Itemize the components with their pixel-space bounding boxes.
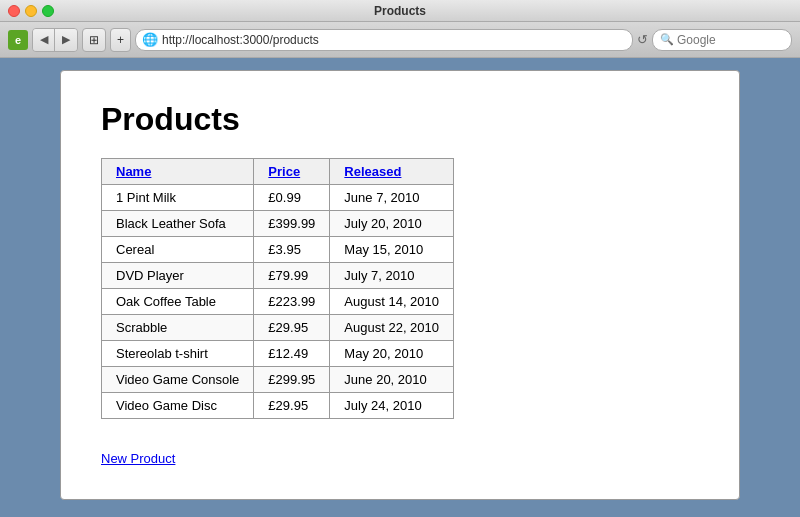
nav-group: ◀ ▶ xyxy=(32,28,78,52)
product-price-cell: £299.95 xyxy=(254,367,330,393)
product-released-cell: June 7, 2010 xyxy=(330,185,454,211)
evernote-icon[interactable]: e xyxy=(8,30,28,50)
address-bar[interactable]: 🌐 http://localhost:3000/products xyxy=(135,29,633,51)
product-price-cell: £29.95 xyxy=(254,315,330,341)
product-price-cell: £0.99 xyxy=(254,185,330,211)
product-name-cell: Black Leather Sofa xyxy=(102,211,254,237)
product-price-cell: £223.99 xyxy=(254,289,330,315)
product-price-cell: £399.99 xyxy=(254,211,330,237)
product-released-cell: July 7, 2010 xyxy=(330,263,454,289)
table-row: Cereal£3.95May 15, 2010 xyxy=(102,237,454,263)
add-tab-button[interactable]: + xyxy=(110,28,131,52)
table-row: 1 Pint Milk£0.99June 7, 2010 xyxy=(102,185,454,211)
table-row: Video Game Disc£29.95July 24, 2010 xyxy=(102,393,454,419)
column-header-name: Name xyxy=(102,159,254,185)
toolbar: e ◀ ▶ ⊞ + 🌐 http://localhost:3000/produc… xyxy=(0,22,800,58)
table-row: Oak Coffee Table£223.99August 14, 2010 xyxy=(102,289,454,315)
product-price-cell: £12.49 xyxy=(254,341,330,367)
name-sort-link[interactable]: Name xyxy=(116,164,151,179)
table-row: Stereolab t-shirt£12.49May 20, 2010 xyxy=(102,341,454,367)
product-price-cell: £3.95 xyxy=(254,237,330,263)
page-content: Products Name Price Released 1 Pint Milk… xyxy=(60,70,740,500)
product-name-cell: DVD Player xyxy=(102,263,254,289)
product-released-cell: May 15, 2010 xyxy=(330,237,454,263)
product-price-cell: £79.99 xyxy=(254,263,330,289)
product-released-cell: June 20, 2010 xyxy=(330,367,454,393)
product-released-cell: August 22, 2010 xyxy=(330,315,454,341)
product-released-cell: August 14, 2010 xyxy=(330,289,454,315)
title-bar: Products xyxy=(0,0,800,22)
globe-icon: 🌐 xyxy=(142,32,158,47)
page-title: Products xyxy=(101,101,699,138)
price-sort-link[interactable]: Price xyxy=(268,164,300,179)
search-icon: 🔍 xyxy=(660,33,674,46)
table-row: Black Leather Sofa£399.99July 20, 2010 xyxy=(102,211,454,237)
table-row: Video Game Console£299.95June 20, 2010 xyxy=(102,367,454,393)
window-title: Products xyxy=(374,4,426,18)
forward-button[interactable]: ▶ xyxy=(55,29,77,51)
new-product-container: New Product xyxy=(101,435,699,466)
bookmark-button[interactable]: ⊞ xyxy=(82,28,106,52)
search-input[interactable] xyxy=(677,33,783,47)
product-released-cell: July 24, 2010 xyxy=(330,393,454,419)
minimize-button[interactable] xyxy=(25,5,37,17)
reload-button[interactable]: ↺ xyxy=(637,32,648,47)
window-controls xyxy=(8,5,54,17)
close-button[interactable] xyxy=(8,5,20,17)
table-row: DVD Player£79.99July 7, 2010 xyxy=(102,263,454,289)
products-table: Name Price Released 1 Pint Milk£0.99June… xyxy=(101,158,454,419)
product-name-cell: Stereolab t-shirt xyxy=(102,341,254,367)
product-released-cell: July 20, 2010 xyxy=(330,211,454,237)
table-header-row: Name Price Released xyxy=(102,159,454,185)
search-bar-container: 🔍 xyxy=(652,29,792,51)
product-name-cell: Oak Coffee Table xyxy=(102,289,254,315)
released-sort-link[interactable]: Released xyxy=(344,164,401,179)
product-name-cell: Cereal xyxy=(102,237,254,263)
column-header-price: Price xyxy=(254,159,330,185)
table-row: Scrabble£29.95August 22, 2010 xyxy=(102,315,454,341)
product-price-cell: £29.95 xyxy=(254,393,330,419)
product-name-cell: Video Game Console xyxy=(102,367,254,393)
back-button[interactable]: ◀ xyxy=(33,29,55,51)
product-name-cell: Video Game Disc xyxy=(102,393,254,419)
new-product-link[interactable]: New Product xyxy=(101,451,175,466)
maximize-button[interactable] xyxy=(42,5,54,17)
product-name-cell: 1 Pint Milk xyxy=(102,185,254,211)
browser-area: Products Name Price Released 1 Pint Milk… xyxy=(0,58,800,517)
product-released-cell: May 20, 2010 xyxy=(330,341,454,367)
product-name-cell: Scrabble xyxy=(102,315,254,341)
column-header-released: Released xyxy=(330,159,454,185)
